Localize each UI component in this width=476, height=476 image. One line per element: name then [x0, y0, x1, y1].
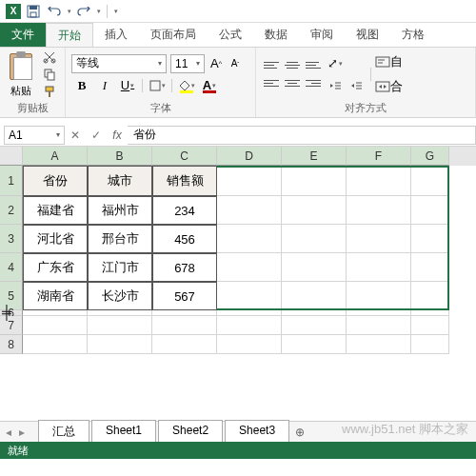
cells-area[interactable]: 省份城市销售额福建省福州市234河北省邢台市456广东省江门市678湖南省长沙市…: [23, 166, 449, 354]
decrease-indent-button[interactable]: [325, 76, 346, 95]
redo-dropdown-icon[interactable]: ▾: [97, 8, 101, 15]
tab-insert[interactable]: 插入: [93, 23, 139, 47]
cell[interactable]: [282, 316, 347, 335]
sheet-nav-next-icon[interactable]: ▸: [19, 426, 30, 439]
cell[interactable]: [217, 335, 282, 354]
table-cell[interactable]: 福州市: [88, 196, 152, 225]
tab-data[interactable]: 数据: [253, 23, 299, 47]
cell[interactable]: [411, 335, 449, 354]
cell[interactable]: [347, 166, 411, 196]
increase-indent-button[interactable]: [346, 76, 367, 95]
cell[interactable]: [88, 335, 152, 354]
table-cell[interactable]: 湖南省: [23, 282, 88, 310]
column-header[interactable]: A: [23, 147, 88, 166]
tab-addin[interactable]: 方格: [390, 23, 436, 47]
cell[interactable]: [347, 282, 411, 310]
sheet-tab[interactable]: Sheet2: [158, 420, 223, 445]
align-top-button[interactable]: [262, 58, 281, 73]
column-header[interactable]: G: [411, 147, 449, 166]
column-header[interactable]: E: [282, 147, 347, 166]
tab-home[interactable]: 开始: [46, 23, 93, 47]
table-cell[interactable]: 456: [152, 225, 217, 253]
italic-button[interactable]: I: [94, 76, 115, 95]
cell[interactable]: [282, 335, 347, 354]
sheet-tab[interactable]: Sheet3: [225, 420, 289, 445]
cell[interactable]: [23, 335, 88, 354]
format-painter-icon[interactable]: [40, 84, 59, 99]
table-cell[interactable]: 234: [152, 196, 217, 225]
tab-file[interactable]: 文件: [0, 23, 46, 47]
bold-button[interactable]: B: [71, 76, 92, 95]
cell[interactable]: [152, 335, 217, 354]
merge-center-button[interactable]: 合: [375, 77, 403, 96]
sheet-nav-prev-icon[interactable]: ◂: [6, 426, 17, 439]
tab-page-layout[interactable]: 页面布局: [139, 23, 208, 47]
table-cell[interactable]: 河北省: [23, 225, 88, 253]
column-header[interactable]: F: [347, 147, 411, 166]
border-button[interactable]: ▾: [147, 76, 168, 95]
table-cell[interactable]: 长沙市: [88, 282, 152, 310]
cell[interactable]: [282, 282, 347, 310]
cut-icon[interactable]: [40, 50, 59, 65]
cell[interactable]: [411, 196, 449, 225]
cell[interactable]: [411, 282, 449, 310]
wrap-text-button[interactable]: 自: [375, 52, 403, 71]
cell[interactable]: [217, 316, 282, 335]
table-cell[interactable]: 福建省: [23, 196, 88, 225]
insert-function-icon[interactable]: fx: [107, 126, 128, 145]
cell[interactable]: [282, 196, 347, 225]
cell[interactable]: [411, 225, 449, 253]
undo-icon[interactable]: [46, 3, 63, 20]
column-header[interactable]: C: [152, 147, 217, 166]
cell[interactable]: [217, 225, 282, 253]
table-cell[interactable]: 广东省: [23, 253, 88, 282]
orientation-button[interactable]: ⤢▾: [325, 54, 346, 73]
cell[interactable]: [411, 316, 449, 335]
tab-view[interactable]: 视图: [345, 23, 390, 47]
confirm-formula-icon[interactable]: ✓: [86, 126, 107, 145]
grow-font-button[interactable]: A^: [208, 55, 224, 72]
align-bottom-button[interactable]: [304, 58, 323, 73]
cell[interactable]: [217, 282, 282, 310]
add-sheet-button[interactable]: ⊕: [289, 426, 310, 439]
table-header-cell[interactable]: 城市: [88, 166, 152, 196]
cell[interactable]: [152, 316, 217, 335]
formula-input[interactable]: 省份: [128, 126, 476, 145]
align-right-button[interactable]: [304, 76, 323, 91]
sheet-tab[interactable]: Sheet1: [91, 420, 156, 445]
undo-dropdown-icon[interactable]: ▾: [68, 8, 71, 15]
table-header-cell[interactable]: 销售额: [152, 166, 217, 196]
cell[interactable]: [347, 253, 411, 282]
qat-customize-icon[interactable]: ▾: [114, 8, 118, 15]
cell[interactable]: [23, 316, 88, 335]
table-cell[interactable]: 江门市: [88, 253, 152, 282]
align-center-button[interactable]: [283, 76, 302, 91]
cell[interactable]: [88, 316, 152, 335]
copy-icon[interactable]: [40, 67, 59, 82]
align-left-button[interactable]: [262, 76, 281, 91]
cell[interactable]: [282, 166, 347, 196]
table-cell[interactable]: 678: [152, 253, 217, 282]
tab-review[interactable]: 审阅: [299, 23, 345, 47]
column-header[interactable]: D: [217, 147, 282, 166]
cell[interactable]: [347, 316, 411, 335]
cell[interactable]: [347, 225, 411, 253]
cancel-formula-icon[interactable]: ✕: [65, 126, 86, 145]
font-color-button[interactable]: A▾: [199, 76, 220, 95]
fill-color-button[interactable]: ▾: [176, 76, 197, 95]
table-cell[interactable]: 邢台市: [88, 225, 152, 253]
tab-formulas[interactable]: 公式: [208, 23, 253, 47]
cell[interactable]: [347, 335, 411, 354]
table-header-cell[interactable]: 省份: [23, 166, 88, 196]
column-header[interactable]: B: [88, 147, 152, 166]
cell[interactable]: [282, 253, 347, 282]
cell[interactable]: [217, 166, 282, 196]
font-size-combo[interactable]: 11 ▾: [170, 54, 205, 73]
cell[interactable]: [217, 253, 282, 282]
name-box[interactable]: A1 ▾: [4, 126, 65, 145]
sheet-tab[interactable]: 汇总: [38, 420, 89, 445]
cell[interactable]: [282, 225, 347, 253]
cell[interactable]: [411, 253, 449, 282]
cell[interactable]: [411, 166, 449, 196]
cell[interactable]: [347, 196, 411, 225]
